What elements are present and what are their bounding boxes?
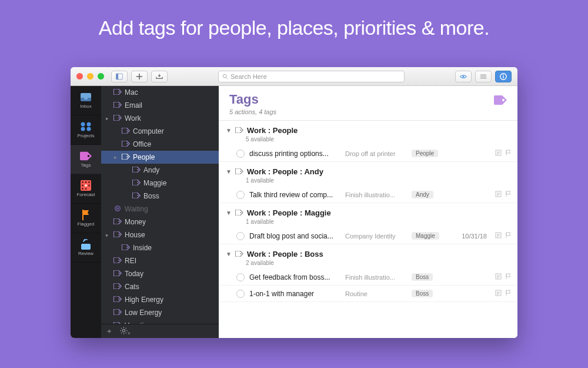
view-button[interactable] [475,71,492,82]
svg-point-22 [118,104,119,105]
group-name: Work : People : Boss [247,250,323,258]
zoom-window-button[interactable] [98,73,104,79]
task-tag-chip[interactable]: Boss [412,273,433,281]
tag-maggie[interactable]: Maggie [101,177,219,190]
task-checkbox[interactable] [236,232,245,240]
tag-icon [122,153,130,161]
task-tag-chip[interactable]: Andy [412,191,433,198]
note-icon [495,232,502,240]
task-checkbox[interactable] [236,150,245,158]
tag-house[interactable]: ▸House [101,228,219,241]
tag-andy[interactable]: Andy [101,164,219,177]
tag-work[interactable]: ▸Work [101,112,219,125]
main-header: Tags 5 actions, 4 tags [219,86,517,121]
svg-point-23 [118,117,119,118]
minimize-window-button[interactable] [87,73,93,79]
tag-label: High Energy [125,296,219,304]
flag-icon[interactable] [505,191,512,199]
disclosure-arrow[interactable]: ▸ [106,232,111,238]
svg-point-30 [115,206,121,211]
tag-label: Andy [143,166,219,174]
svg-point-47 [240,171,241,172]
disclosure-arrow[interactable]: ▸ [114,154,119,160]
svg-point-51 [240,253,241,254]
task-row[interactable]: Draft blog post and socia...Company Iden… [219,228,517,244]
disclosure-arrow[interactable]: ▸ [106,115,111,121]
task-checkbox[interactable] [236,290,245,298]
rail-inbox[interactable]: Inbox [71,86,101,115]
svg-point-10 [87,127,91,131]
rail-projects[interactable]: Projects [71,115,101,145]
eye-button[interactable] [455,71,472,82]
close-window-button[interactable] [76,73,83,79]
task-title: Get feedback from boss... [249,273,340,281]
tag-email[interactable]: Email [101,99,219,112]
group-header[interactable]: ▼Work : People : Andy [219,162,517,177]
tag-office[interactable]: Office [101,138,219,151]
note-icon [495,273,502,281]
perspective-rail: InboxProjectsTagsForecastFlaggedReview [71,86,101,338]
tag-label: Waiting [125,205,219,213]
settings-gear-button[interactable]: v [120,327,131,336]
add-button[interactable] [131,71,148,82]
tag-label: Computer [133,127,219,135]
search-icon [222,74,228,79]
tag-mac[interactable]: Mac [101,86,219,99]
task-tag-chip[interactable]: Maggie [412,232,439,240]
tag-people[interactable]: ▸People [101,151,219,164]
tag-icon [132,192,141,200]
task-meta [495,191,512,199]
tag-icon [235,207,243,218]
tag-icon [235,125,243,135]
cleanup-button[interactable] [151,71,168,82]
task-checkbox[interactable] [236,273,245,281]
tag-vacation[interactable]: Vacation [101,319,219,324]
task-meta [495,273,512,281]
tag-inside[interactable]: Inside [101,241,219,254]
rail-forecast[interactable]: Forecast [71,174,101,204]
tag-icon [235,248,243,259]
toggle-sidebar-button[interactable] [111,71,128,82]
window-controls [76,73,104,79]
rail-review[interactable]: Review [71,233,101,263]
tag-icon [113,205,122,213]
tag-label: Money [125,218,219,226]
svg-point-24 [126,130,128,131]
svg-point-5 [503,74,504,75]
tag-low-energy[interactable]: Low Energy [101,306,219,319]
svg-point-28 [137,182,138,183]
tag-boss[interactable]: Boss [101,190,219,203]
task-tag-chip[interactable]: People [412,150,438,157]
task-tag-chip[interactable]: Boss [412,290,433,297]
group-header[interactable]: ▼Work : People : Boss [219,244,517,259]
flag-icon[interactable] [505,290,512,298]
tag-money[interactable]: Money [101,216,219,228]
tag-icon [113,231,122,239]
task-row[interactable]: discuss printing options...Drop off at p… [219,145,517,162]
add-tag-button[interactable]: + [107,327,112,336]
task-row[interactable]: Talk third review of comp...Finish illus… [219,187,517,203]
rail-flagged[interactable]: Flagged [71,204,101,233]
tag-waiting[interactable]: Waiting [101,203,219,216]
plus-icon [136,73,143,80]
tag-computer[interactable]: Computer [101,125,219,138]
rail-tags[interactable]: Tags [71,145,101,174]
flag-icon[interactable] [505,273,512,281]
search-placeholder: Search Here [230,73,267,80]
task-checkbox[interactable] [236,191,245,199]
task-row[interactable]: 1-on-1 with managerRoutineBoss [219,286,517,302]
tag-icon [122,244,130,252]
group-header[interactable]: ▼Work : People : Maggie [219,203,517,218]
flag-icon[interactable] [505,150,512,158]
eye-icon [460,73,467,80]
inspector-button[interactable] [495,71,512,82]
tag-cats[interactable]: Cats [101,280,219,293]
tag-rei[interactable]: REI [101,254,219,267]
tag-today[interactable]: Today [101,267,219,280]
tag-icon [132,166,141,174]
search-input[interactable]: Search Here [218,71,405,82]
flag-icon[interactable] [505,232,512,240]
task-row[interactable]: Get feedback from boss...Finish illustra… [219,269,517,286]
tag-high-energy[interactable]: High Energy [101,293,219,306]
group-header[interactable]: ▼Work : People [219,121,517,135]
